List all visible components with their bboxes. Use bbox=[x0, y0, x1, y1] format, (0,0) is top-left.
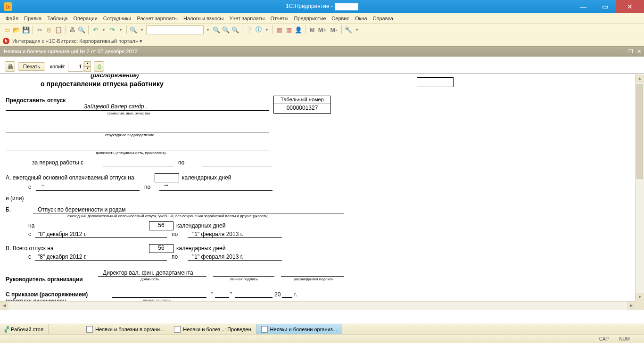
calc-icon[interactable]: ▦ bbox=[275, 25, 284, 34]
menu-file[interactable]: Файл bbox=[3, 15, 21, 22]
tools-icon[interactable]: 🔧 bbox=[344, 25, 353, 34]
undo-icon[interactable]: ↶ bbox=[91, 25, 99, 34]
save-only-icon[interactable]: ⎙ bbox=[94, 61, 104, 72]
minimize-button[interactable]: — bbox=[572, 0, 594, 13]
menu-table[interactable]: Таблица bbox=[44, 15, 70, 22]
menu-service[interactable]: Сервис bbox=[329, 15, 352, 22]
ack-sign-sub: личная подпись bbox=[143, 298, 171, 301]
manager-post: Директор вал.-фин. департамента bbox=[103, 270, 193, 276]
document-header-bar: Неявки и болезни организаций № 2 от 07 д… bbox=[0, 46, 644, 57]
mem-m-button[interactable]: М bbox=[308, 25, 316, 34]
v-date-start: "8" декабря 2012 г. bbox=[38, 253, 87, 260]
horizontal-scrollbar[interactable]: ◀ ▶ bbox=[0, 301, 636, 310]
redo-icon[interactable]: ↷ bbox=[108, 25, 116, 34]
post-underline bbox=[6, 150, 269, 150]
preview-icon[interactable]: 🔍 bbox=[77, 25, 86, 34]
mem-mminus-button[interactable]: М- bbox=[329, 25, 339, 34]
copy-icon[interactable]: ⎘ bbox=[45, 25, 53, 34]
menu-employees[interactable]: Сотрудники bbox=[100, 15, 134, 22]
b-days-box: 56 bbox=[149, 221, 173, 230]
copies-up-button[interactable]: ▲ bbox=[84, 61, 91, 66]
bitrix-menu[interactable]: Интеграция с «1С-Битрикс: Корпоративный … bbox=[12, 38, 142, 44]
manager-sign-underline bbox=[213, 276, 274, 277]
copies-down-button[interactable]: ▼ bbox=[84, 66, 91, 72]
ack-q1: " bbox=[211, 291, 213, 298]
menu-enterprise[interactable]: Предприятие bbox=[291, 15, 329, 22]
zoom-out-icon[interactable]: 🔍 bbox=[231, 25, 239, 34]
worker-ack-label: работник ознакомлен bbox=[6, 298, 66, 301]
form-subtitle: (распоряжение) bbox=[91, 74, 139, 79]
manager-sign-sub: личная подпись bbox=[230, 277, 258, 281]
document-page: (распоряжение) о предоставлении отпуска … bbox=[4, 74, 633, 301]
menu-payroll[interactable]: Расчет зарплаты bbox=[134, 15, 181, 22]
help-icon[interactable]: ❔ bbox=[245, 25, 253, 34]
and-or-label: и (или) bbox=[6, 195, 24, 202]
search-field[interactable] bbox=[146, 25, 204, 34]
print-button[interactable]: Печать bbox=[18, 62, 45, 71]
b-type-underline bbox=[33, 213, 344, 213]
a-to-underline bbox=[159, 190, 272, 191]
copies-input[interactable] bbox=[68, 62, 83, 72]
scroll-down-button[interactable]: ▼ bbox=[636, 293, 644, 302]
menu-operations[interactable]: Операции bbox=[70, 15, 100, 22]
status-num: NUM bbox=[619, 336, 630, 342]
menu-taxes[interactable]: Налоги и взносы bbox=[181, 15, 227, 22]
info-icon[interactable]: ⓘ bbox=[254, 25, 263, 34]
print-icon[interactable]: 🖶 bbox=[68, 25, 76, 34]
code-box bbox=[417, 77, 454, 87]
scroll-left-button[interactable]: ◀ bbox=[0, 302, 8, 310]
maximize-button[interactable]: ▭ bbox=[594, 0, 616, 13]
scroll-up-button[interactable]: ▲ bbox=[636, 74, 644, 83]
main-menu-bar: Файл Правка Таблица Операции Сотрудники … bbox=[0, 13, 644, 24]
paste-icon[interactable]: 📋 bbox=[54, 25, 63, 34]
tab-desktop[interactable]: ▞Рабочий стол bbox=[0, 324, 49, 335]
cut-icon[interactable]: ✂ bbox=[35, 25, 44, 34]
v-s-label: с bbox=[28, 253, 31, 260]
tabnum-header: Табельный номер bbox=[273, 96, 331, 104]
status-cap: CAP bbox=[599, 336, 609, 342]
b-sublabel: ежегодный дополнительный оплачиваемый от… bbox=[67, 214, 268, 218]
v-from-underline bbox=[35, 260, 167, 261]
menu-edit[interactable]: Правка bbox=[21, 15, 44, 22]
status-bar: CAP NUM bbox=[0, 334, 644, 343]
ack-q2: " bbox=[230, 291, 232, 298]
name-underline bbox=[6, 110, 269, 111]
tab-doc-3[interactable]: Неявки и болезни организ... bbox=[256, 324, 342, 335]
save-icon[interactable]: 💾 bbox=[22, 25, 30, 34]
zoom-in-icon[interactable]: 🔍 bbox=[212, 25, 221, 34]
new-icon[interactable]: ▭ bbox=[3, 25, 11, 34]
tabnum-value: 0000001327 bbox=[273, 104, 331, 114]
struct-sublabel: структурное подразделение bbox=[105, 133, 154, 137]
tab-doc-2[interactable]: Неявки и болез...: Проведен bbox=[169, 324, 256, 335]
scroll-v-thumb[interactable] bbox=[636, 84, 643, 179]
order-ack-label: С приказом (распоряжением) bbox=[6, 291, 88, 298]
doc-close-button[interactable]: ✕ bbox=[637, 49, 641, 55]
period-label: за период работы с bbox=[32, 159, 83, 166]
scrollbar-corner bbox=[636, 302, 644, 310]
doc-print-icon[interactable]: 🖶 bbox=[5, 61, 15, 72]
menu-reports[interactable]: Отчеты bbox=[268, 15, 291, 22]
vertical-scrollbar[interactable]: ▲ ▼ bbox=[635, 74, 644, 302]
mem-mplus-button[interactable]: М+ bbox=[317, 25, 328, 34]
section-a-days-box bbox=[155, 173, 179, 182]
doc-restore-button[interactable]: ❐ bbox=[628, 49, 633, 55]
period-to-underline bbox=[202, 166, 272, 166]
doc-icon bbox=[174, 326, 181, 333]
tab-doc-1[interactable]: Неявки и болезни в органи... bbox=[82, 324, 169, 335]
calendar-icon[interactable]: ▦ bbox=[285, 25, 293, 34]
document-title: Неявки и болезни организаций № 2 от 07 д… bbox=[4, 49, 138, 54]
zoom-reset-icon[interactable]: 🔍 bbox=[222, 25, 230, 34]
menu-windows[interactable]: Окна bbox=[352, 15, 370, 22]
b-leave-type: Отпуск по беременности и родам bbox=[38, 206, 125, 213]
menu-help[interactable]: Справка bbox=[370, 15, 396, 22]
doc-minimize-button[interactable]: — bbox=[619, 49, 625, 55]
menu-accounting[interactable]: Учет зарплаты bbox=[226, 15, 267, 22]
user-icon[interactable]: 👤 bbox=[294, 25, 303, 34]
scroll-right-button[interactable]: ▶ bbox=[627, 302, 636, 310]
close-button[interactable]: ✕ bbox=[616, 0, 644, 13]
zoom-icon[interactable]: 🔍 bbox=[129, 25, 138, 34]
ack-g: г. bbox=[294, 291, 297, 298]
a-po-label: по bbox=[144, 184, 150, 190]
open-icon[interactable]: 📂 bbox=[12, 25, 21, 34]
copies-spinner[interactable]: ▲▼ bbox=[68, 61, 91, 72]
